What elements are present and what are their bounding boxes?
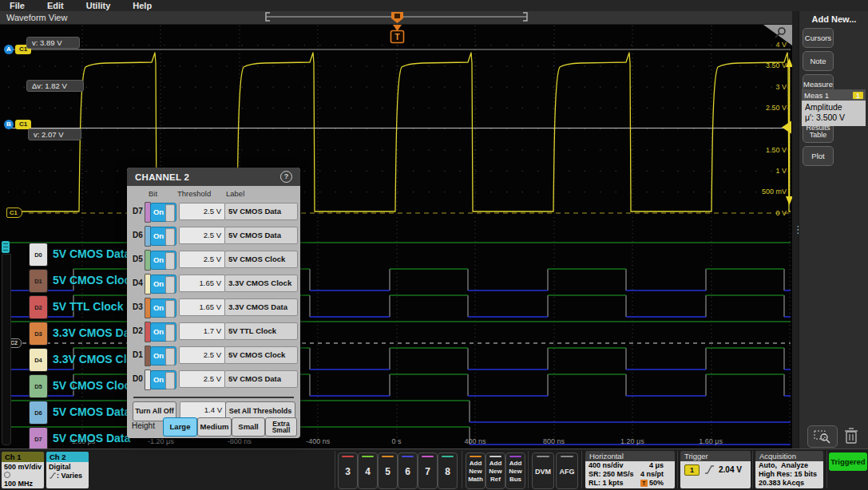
acquisition-panel[interactable]: Acquisition Auto, Analyze High Res: 15 b… <box>755 451 823 488</box>
channel-5-button[interactable]: 5 <box>378 452 398 489</box>
bit-threshold-field[interactable]: 2.5 V <box>179 370 225 388</box>
bit-threshold-field[interactable]: 1.65 V <box>179 298 225 316</box>
bit-label-field[interactable]: 3.3V CMOS Data <box>224 298 298 316</box>
zoom-select-button[interactable] <box>807 425 838 448</box>
bit-on-toggle[interactable]: On <box>150 346 176 366</box>
add-new-cursors-button[interactable]: Cursors <box>803 28 834 48</box>
menu-utility[interactable]: Utility <box>86 1 111 10</box>
bit-threshold-field[interactable]: 2.5 V <box>179 203 225 220</box>
bit-on-toggle[interactable]: On <box>150 370 176 389</box>
digital-channel-chip-d7[interactable]: D7 <box>29 427 48 451</box>
horizontal-row: 400 ns/div4 μs <box>585 461 675 470</box>
bit-row-d2: D2On1.7 V5V TTL Clock <box>127 319 300 343</box>
ch1-scale: 500 mV/div <box>4 463 44 472</box>
bit-id: D1 <box>133 350 143 359</box>
menu-bar: FileEditUtilityHelp <box>0 0 868 11</box>
bit-label-field[interactable]: 5V CMOS Data <box>224 227 298 244</box>
bottom-bar-separator <box>462 451 462 488</box>
digital-channel-chip-d3[interactable]: D3 <box>29 322 48 346</box>
bit-threshold-field[interactable]: 1.7 V <box>179 322 225 340</box>
digital-channel-chip-d0[interactable]: D0 <box>29 243 48 267</box>
digital-channel-chip-d2[interactable]: D2 <box>29 295 48 319</box>
ch2-badge[interactable]: Ch 2 Digital : Varies <box>46 452 89 488</box>
waveform-view-tab[interactable]: Waveform View <box>0 11 792 25</box>
cursor-a-badge[interactable]: A <box>4 45 14 54</box>
trash-button[interactable] <box>842 426 860 445</box>
meas-badge-card[interactable]: Meas 1 1 Amplitude μ': 3.500 V <box>802 89 866 126</box>
digital-group-handle[interactable] <box>2 241 10 253</box>
cursor-b-readout[interactable]: v: 2.07 V <box>28 128 81 140</box>
bit-threshold-field[interactable]: 2.5 V <box>179 227 225 244</box>
toggle-knob <box>165 324 175 342</box>
bit-row-d4: D4On1.65 V3.3V CMOS Clock <box>127 271 300 295</box>
channel-color-stripe <box>402 456 414 457</box>
dvm-button[interactable]: DVM <box>532 452 554 489</box>
ch1-ground-marker[interactable]: C1 <box>6 207 22 218</box>
ch2-position-marker[interactable]: C2 <box>6 338 22 348</box>
channel-4-button[interactable]: 4 <box>358 452 378 489</box>
bit-on-toggle[interactable]: On <box>150 298 176 318</box>
channel-color-stripe <box>442 456 454 457</box>
bit-threshold-field[interactable]: 2.5 V <box>179 346 225 364</box>
panel-splitter[interactable]: ⋮ <box>792 11 799 449</box>
bit-on-toggle[interactable]: On <box>150 203 176 222</box>
channel-button-label: 6 <box>398 466 417 477</box>
channel-3-button[interactable]: 3 <box>338 452 358 489</box>
bit-row-d0: D0On2.5 V5V CMOS Data <box>127 367 300 391</box>
bottom-bar-separator <box>752 451 753 488</box>
bit-label-field[interactable]: 5V CMOS Clock <box>224 251 298 268</box>
waveform-canvas[interactable] <box>0 25 793 449</box>
bit-label-field[interactable]: 5V CMOS Clock <box>224 346 298 364</box>
digital-channel-chip-d4[interactable]: D4 <box>29 348 48 372</box>
digital-channel-chip-d1[interactable]: D1 <box>29 269 48 293</box>
menu-file[interactable]: File <box>10 1 25 10</box>
meas-card-header: Meas 1 1 <box>802 89 866 101</box>
digital-channel-chip-d6[interactable]: D6 <box>29 401 48 425</box>
ch2-threshold: : Varies <box>57 472 82 480</box>
help-icon[interactable]: ? <box>280 171 292 183</box>
menu-help[interactable]: Help <box>133 1 152 10</box>
cursor-a-readout[interactable]: v: 3.89 V <box>26 37 80 49</box>
horizontal-panel[interactable]: Horizontal 400 ns/div4 μsSR: 250 MS/s4 n… <box>585 451 675 488</box>
horizontal-value-left: RL: 1 kpts <box>589 479 624 488</box>
ch1-badge[interactable]: Ch 1 500 mV/div 100 MHz <box>2 452 44 488</box>
channel-button-label: 5 <box>379 466 397 477</box>
trigger-panel[interactable]: Trigger 1 2.04 V <box>680 451 751 488</box>
bit-label-field[interactable]: 5V TTL Clock <box>224 322 298 340</box>
bit-label-field[interactable]: 3.3V CMOS Clock <box>224 275 298 292</box>
bit-on-toggle[interactable]: On <box>150 275 176 294</box>
cursor-b-badge[interactable]: B <box>4 120 14 129</box>
add-new-bus-button[interactable]: AddNewBus <box>505 452 525 489</box>
add-new-note-button[interactable]: Note <box>803 51 834 71</box>
channel-7-button[interactable]: 7 <box>418 452 438 489</box>
height-option-extra-small[interactable]: Extra Small <box>265 417 297 437</box>
add-new-plot-button[interactable]: Plot <box>803 146 834 166</box>
all-threshold-field[interactable]: 1.4 V <box>180 401 226 419</box>
toggle-knob <box>165 372 175 389</box>
bit-on-toggle[interactable]: On <box>150 251 176 270</box>
waveform-view[interactable]: Waveform View <box>0 11 792 449</box>
add-new-math-button[interactable]: AddNewMath <box>466 452 486 489</box>
bit-label-field[interactable]: 5V CMOS Data <box>224 203 298 220</box>
bit-row-d3: D3On1.65 V3.3V CMOS Data <box>127 295 300 319</box>
channel-6-button[interactable]: 6 <box>398 452 418 489</box>
height-option-medium[interactable]: Medium <box>197 417 232 437</box>
bit-on-toggle[interactable]: On <box>150 227 176 246</box>
afg-button[interactable]: AFG <box>556 452 578 489</box>
cursor-delta-readout[interactable]: Δv: 1.82 V <box>26 80 84 92</box>
digital-channel-chip-d5[interactable]: D5 <box>29 374 48 398</box>
menu-edit[interactable]: Edit <box>47 1 64 10</box>
bit-threshold-field[interactable]: 1.65 V <box>179 275 225 292</box>
bit-threshold-field[interactable]: 2.5 V <box>179 251 225 268</box>
add-new-ref-button[interactable]: AddNewRef <box>486 452 505 489</box>
horizontal-value-right: 4 ns/pt <box>640 470 664 479</box>
height-option-large[interactable]: Large <box>163 417 197 437</box>
height-option-small[interactable]: Small <box>232 417 265 437</box>
bit-label-field[interactable]: 5V CMOS Data <box>224 370 298 388</box>
add-button-label: AddNewMath <box>466 460 485 484</box>
dialog-header[interactable]: CHANNEL 2 ? <box>127 168 300 186</box>
bit-on-toggle[interactable]: On <box>150 322 176 342</box>
dialog-separator <box>133 397 294 398</box>
channel-8-button[interactable]: 8 <box>438 452 458 489</box>
toggle-on-label: On <box>151 299 166 317</box>
